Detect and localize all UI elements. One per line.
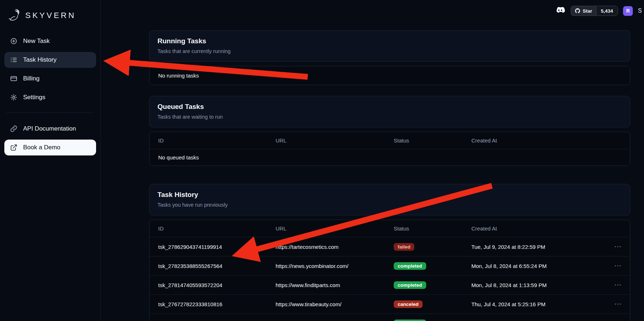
row-actions-button[interactable]: ··· — [612, 261, 624, 270]
sidebar-item-label: Book a Demo — [23, 144, 60, 151]
sidebar-item-label: Settings — [23, 94, 45, 101]
history-row[interactable]: tsk_278235388555267564https://news.ycomb… — [150, 256, 630, 276]
sidebar-item-label: API Documentation — [23, 125, 76, 132]
credit-card-icon — [10, 75, 17, 82]
cell-actions: ··· — [604, 295, 630, 314]
cell-task-id: tsk_278235388555267564 — [150, 256, 267, 276]
cell-created-at: Tue, Jul 9, 2024 at 8:22:59 PM — [463, 237, 604, 256]
sidebar-item-label: Task History — [23, 56, 57, 63]
sidebar: SKYVERN New Task Task History Billing Se… — [0, 0, 101, 321]
cell-url: https://news.ycombinator.com/ — [267, 256, 385, 276]
status-badge: completed — [394, 320, 426, 321]
skyvern-logo-icon — [8, 9, 22, 22]
running-tasks-section: Running Tasks Tasks that are currently r… — [149, 30, 630, 85]
column-header-url: URL — [267, 220, 385, 237]
status-badge: completed — [394, 281, 426, 289]
cell-created-at: Mon, Jul 8, 2024 at 1:13:59 PM — [463, 276, 604, 295]
cell-created-at: Mon, Jul 8, 2024 at 6:55:24 PM — [463, 256, 604, 276]
row-actions-button[interactable]: ··· — [612, 319, 624, 321]
brand-name: SKYVERN — [25, 11, 76, 20]
cell-actions: ··· — [604, 256, 630, 276]
task-history-section: Task History Tasks you have run previous… — [149, 184, 630, 321]
status-badge: completed — [394, 262, 426, 270]
github-icon — [575, 8, 580, 14]
github-star-label: Star — [583, 8, 592, 14]
task-history-header: Task History Tasks you have run previous… — [149, 184, 630, 215]
section-title: Running Tasks — [157, 37, 622, 45]
cell-actions: ··· — [604, 314, 630, 321]
github-star-count: 5,434 — [596, 6, 618, 16]
cell-url: https://www.finditparts.com — [267, 276, 385, 295]
status-badge: canceled — [394, 300, 423, 308]
cell-status: completed — [385, 314, 463, 321]
link-icon — [10, 125, 17, 132]
column-header-status: Status — [385, 132, 463, 149]
status-badge: failed — [394, 243, 414, 251]
column-header-id: ID — [150, 132, 267, 149]
sidebar-item-book-a-demo[interactable]: Book a Demo — [4, 140, 96, 155]
main-content: Running Tasks Tasks that are currently r… — [101, 0, 644, 321]
sidebar-item-label: New Task — [23, 38, 49, 45]
queued-empty-row: No queued tasks — [150, 149, 630, 166]
cell-status: failed — [385, 237, 463, 256]
column-header-created-at: Created At — [463, 220, 604, 237]
sidebar-item-billing[interactable]: Billing — [4, 71, 96, 87]
cell-url: https://www.geico.com — [267, 314, 385, 321]
cell-task-id: tsk_278147405593572204 — [150, 276, 267, 295]
github-star-button[interactable]: Star 5,434 — [571, 6, 618, 16]
running-empty-message: No running tasks — [150, 66, 630, 85]
column-header-created-at: Created At — [463, 132, 604, 149]
sidebar-divider — [7, 113, 94, 113]
queued-tasks-header: Queued Tasks Tasks that are waiting to r… — [149, 96, 630, 127]
cell-task-id: tsk_278629043741199914 — [150, 237, 267, 256]
discord-icon[interactable] — [555, 6, 566, 15]
user-name-truncated: S — [638, 8, 642, 14]
sidebar-item-settings[interactable]: Settings — [4, 89, 96, 105]
gear-icon — [10, 94, 17, 101]
queued-tasks-section: Queued Tasks Tasks that are waiting to r… — [149, 96, 630, 166]
cell-status: completed — [385, 256, 463, 276]
cell-url: https://tartecosmetics.com — [267, 237, 385, 256]
queued-empty-message: No queued tasks — [150, 149, 630, 166]
queued-tasks-table: ID URL Status Created At No queued tasks — [149, 132, 630, 166]
row-actions-button[interactable]: ··· — [612, 242, 624, 251]
column-header-id: ID — [150, 220, 267, 237]
cell-created-at: Thu, Jul 4, 2024 at 5:25:16 PM — [463, 295, 604, 314]
sidebar-item-label: Billing — [23, 75, 39, 82]
row-actions-button[interactable]: ··· — [612, 281, 624, 289]
sidebar-nav: New Task Task History Billing Settings — [4, 33, 96, 155]
section-subtitle: Tasks you have run previously — [157, 202, 622, 208]
cell-url: https://www.tirabeauty.com/ — [267, 295, 385, 314]
history-row[interactable]: tsk_278629043741199914https://tartecosme… — [150, 237, 630, 256]
history-row[interactable]: tsk_274180139292204058https://www.geico.… — [150, 314, 630, 321]
cell-actions: ··· — [604, 237, 630, 256]
history-row[interactable]: tsk_276727822333810816https://www.tirabe… — [150, 295, 630, 314]
brand: SKYVERN — [4, 8, 96, 33]
list-icon — [10, 56, 17, 63]
sidebar-item-new-task[interactable]: New Task — [4, 33, 96, 49]
sidebar-item-task-history[interactable]: Task History — [4, 52, 96, 68]
cell-status: canceled — [385, 295, 463, 314]
section-subtitle: Tasks that are waiting to run — [157, 114, 622, 120]
row-actions-button[interactable]: ··· — [612, 300, 624, 308]
topbar: Star 5,434 R S — [555, 6, 642, 16]
cell-created-at: Thu, Jun 27, 2024 at 8:38:58 PM — [463, 314, 604, 321]
running-tasks-table: No running tasks — [149, 66, 630, 85]
sidebar-item-api-documentation[interactable]: API Documentation — [4, 121, 96, 137]
section-title: Task History — [157, 191, 622, 199]
cell-task-id: tsk_274180139292204058 — [150, 314, 267, 321]
section-subtitle: Tasks that are currently running — [157, 48, 622, 54]
section-title: Queued Tasks — [157, 103, 622, 111]
column-header-status: Status — [385, 220, 463, 237]
avatar[interactable]: R — [623, 6, 633, 16]
external-link-icon — [10, 144, 17, 151]
cell-task-id: tsk_276727822333810816 — [150, 295, 267, 314]
plus-circle-icon — [10, 38, 17, 45]
cell-status: completed — [385, 276, 463, 295]
task-history-table: ID URL Status Created At tsk_27862904374… — [149, 220, 630, 321]
running-tasks-header: Running Tasks Tasks that are currently r… — [149, 30, 630, 62]
history-table-body: tsk_278629043741199914https://tartecosme… — [150, 237, 630, 321]
cell-actions: ··· — [604, 276, 630, 295]
column-header-url: URL — [267, 132, 385, 149]
history-row[interactable]: tsk_278147405593572204https://www.findit… — [150, 276, 630, 295]
